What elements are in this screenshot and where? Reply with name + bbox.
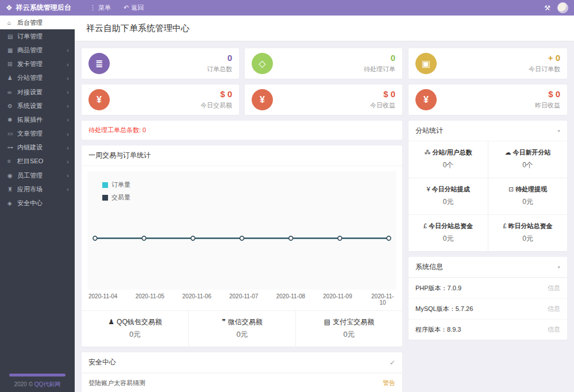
right-column: ▣ + 0 今日订单数 ¥ $ 0 昨日收益 分站统计 — [409, 48, 567, 385]
article-icon: ▭ — [7, 130, 17, 137]
yen-icon: ¥ — [426, 186, 430, 193]
substation-label: 今日分站总资金 — [429, 222, 473, 229]
chevron-left-icon: ‹ — [67, 61, 69, 68]
sidebar-item-order-manage[interactable]: ▤ 订单管理 — [0, 29, 75, 43]
stat-label: 今日交易额 — [201, 101, 232, 110]
stat-value: 0 — [364, 53, 395, 63]
briefcase-icon: ▣ — [415, 53, 437, 74]
info-badge: 信息 — [548, 284, 560, 293]
x-tick-label: 2020-11-10 — [370, 293, 395, 306]
sidebar-item-security-center[interactable]: ◈ 安全中心 — [0, 196, 75, 210]
chevron-left-icon: ‹ — [67, 75, 69, 82]
menu-button[interactable]: ⋮ 菜单 — [90, 3, 111, 12]
sidebar-item-dock-settings[interactable]: ∞ 对接设置 ‹ — [0, 85, 75, 99]
substation-label: 今日新开分站 — [513, 149, 551, 156]
dot-icon[interactable]: ● — [557, 264, 560, 270]
sidebar-item-card-manage[interactable]: ⊞ 发卡管理 ‹ — [0, 57, 75, 71]
payment-value: 0元 — [298, 329, 400, 340]
wrench-icon[interactable]: ⚒ — [544, 4, 550, 12]
substation-cell-today-funds: £今日分站总资金 0元 — [409, 214, 488, 251]
user-icon: ◉ — [7, 172, 17, 179]
x-tick-label: 2020-11-07 — [229, 293, 258, 306]
sidebar-item-label: 系统设置 — [17, 102, 67, 110]
sidebar-item-goods-manage[interactable]: ▦ 商品管理 ‹ — [0, 43, 75, 57]
list-ol-icon: ≣ — [88, 53, 110, 74]
substation-cell-new-today: ☁今日新开分站 0个 — [488, 141, 567, 178]
back-button[interactable]: ↶ 返回 — [124, 3, 144, 12]
sidebar-item-system-settings[interactable]: ⚙ 系统设置 ‹ — [0, 99, 75, 113]
dot-icon[interactable]: ● — [557, 128, 560, 133]
share-icon: ∞ — [7, 89, 17, 95]
security-row-weak-account[interactable]: 登陆账户太容易猜测 警告 — [82, 373, 402, 392]
substation-cell-total-users: ⁂分站/用户总数 0个 — [409, 141, 488, 178]
stat-cards-left: ≣ 0 订单总数 ◇ 0 待处理订单 ¥ — [82, 48, 402, 115]
payment-label: QQ钱包交易额 — [117, 318, 162, 326]
chart-marker — [338, 236, 342, 240]
sidebar-item-backend-manage[interactable]: ⌂ 后台管理 — [0, 16, 75, 29]
money-bill-icon: ⊡ — [508, 186, 514, 193]
logo-icon: ❖ — [6, 4, 13, 11]
copyright-text: 2020 © — [14, 381, 34, 387]
sidebar-item-label: 栏目SEO — [17, 157, 67, 166]
warn-badge: 警告 — [383, 379, 395, 387]
substation-value: 0元 — [491, 197, 565, 207]
legend-swatch-orders[interactable] — [102, 182, 108, 188]
sidebar-item-column-seo[interactable]: ≡ 栏目SEO ‹ — [0, 155, 75, 168]
sidebar-item-substation-manage[interactable]: ♟ 分站管理 ‹ — [0, 71, 75, 85]
sidebar: ⌂ 后台管理 ▤ 订单管理 ▦ 商品管理 ‹ ⊞ 发卡管理 ‹ ♟ 分站管理 ‹… — [0, 16, 75, 392]
avatar[interactable] — [557, 2, 568, 13]
legend-label-trades[interactable]: 交易量 — [111, 193, 130, 202]
payment-value: 0元 — [191, 329, 293, 340]
stat-value: $ 0 — [370, 90, 395, 99]
sitemap-icon: ♟ — [7, 75, 17, 81]
sidebar-scroll-pill[interactable] — [9, 374, 66, 376]
chevron-left-icon: ‹ — [67, 89, 69, 95]
sidebar-item-plugins[interactable]: ✱ 拓展插件 ‹ — [0, 113, 75, 126]
chevron-left-icon: ‹ — [67, 158, 69, 165]
sidebar-item-app-market[interactable]: ♜ 应用市场 ‹ — [0, 182, 75, 196]
back-label: 返回 — [131, 3, 144, 12]
stat-value: $ 0 — [201, 90, 232, 99]
weekly-chart — [87, 171, 396, 290]
stat-label: 今日收益 — [370, 101, 395, 110]
weekly-chart-panel: 一周交易与订单统计 订单量 — [82, 145, 402, 347]
sysinfo-label: PHP版本：7.0.9 — [415, 284, 461, 293]
sitemap-icon: ⁂ — [424, 149, 430, 156]
stat-value: 0 — [207, 53, 232, 63]
wechat-icon: ❞ — [222, 318, 225, 326]
sidebar-item-staff-manage[interactable]: ◉ 员工管理 ‹ — [0, 168, 75, 182]
sidebar-item-inner-links[interactable]: ⊶ 内链建设 ‹ — [0, 141, 75, 155]
substation-value: 0元 — [491, 234, 565, 244]
header-nav: ⋮ 菜单 ↶ 返回 — [90, 3, 144, 12]
chevron-left-icon: ‹ — [67, 172, 69, 179]
chevron-left-icon: ‹ — [67, 47, 69, 53]
home-icon: ⌂ — [7, 20, 17, 26]
sidebar-item-label: 发卡管理 — [17, 60, 67, 68]
cart-icon: ▦ — [7, 47, 17, 53]
payment-alipay: ▤支付宝交易额 0元 — [295, 311, 402, 347]
sidebar-item-label: 内链建设 — [17, 143, 67, 152]
chart-body: 订单量 交易量 2020-11-042020-11-052020-11-0620… — [82, 166, 402, 310]
top-header: ❖ 祥云系统管理后台 ⋮ 菜单 ↶ 返回 ⚒ — [0, 0, 574, 16]
substation-cell-pending-withdraw: ⊡待处理提现 0元 — [488, 178, 567, 214]
left-column: ≣ 0 订单总数 ◇ 0 待处理订单 ¥ — [82, 48, 402, 385]
substation-value: 0元 — [411, 197, 486, 207]
sidebar-item-label: 安全中心 — [17, 199, 69, 207]
substation-panel-header: 分站统计 ● — [409, 121, 567, 141]
stat-label: 昨日收益 — [535, 101, 560, 110]
substation-value: 0元 — [411, 234, 486, 244]
payment-stats-row: ♟QQ钱包交易额 0元 ❞微信交易额 0元 ▤支付宝交易 — [82, 310, 402, 347]
substation-value: 0个 — [411, 160, 486, 170]
sidebar-item-label: 拓展插件 — [17, 116, 67, 124]
substation-label: 分站/用户总数 — [432, 149, 472, 156]
list-icon: ≡ — [7, 158, 17, 164]
sidebar-item-label: 应用市场 — [17, 185, 67, 194]
plugin-icon: ✱ — [7, 117, 17, 123]
sidebar-item-article-manage[interactable]: ▭ 文章管理 ‹ — [0, 127, 75, 141]
system-info-header: 系统信息 ● — [409, 257, 567, 278]
substation-label: 昨日分站总资金 — [508, 222, 553, 229]
sysinfo-label: 程序版本：8.9.3 — [415, 325, 461, 334]
copyright-link[interactable]: QQ代刷网 — [34, 381, 61, 387]
legend-label-orders[interactable]: 订单量 — [111, 180, 130, 189]
legend-swatch-trades[interactable] — [102, 195, 108, 201]
